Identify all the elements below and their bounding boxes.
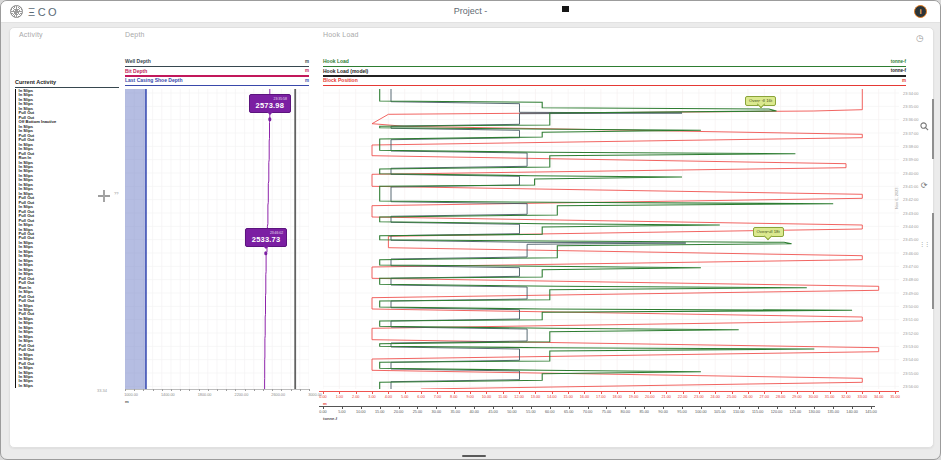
axis-tick-label: 10.00 [482,395,492,399]
axis-tick-label: 2600.00 [271,393,285,397]
hookload-axis-tick [342,407,343,409]
depth-axis-tick [263,389,264,391]
hookload-axis-line [319,406,875,407]
time-axis-label: 23:36:00 [903,117,919,122]
zoom-range-track-bottom[interactable] [932,213,934,309]
axis-tick-label: 70.00 [583,410,593,414]
axis-tick-label: 95.00 [677,410,687,414]
legend-item-hook-load[interactable]: Hook Loadtonne-f [323,58,906,67]
block-axis-tick [323,392,324,394]
depth-axis-tick [245,389,246,391]
depth-axis-tick [281,389,282,391]
hookload-axis-tick [739,407,740,409]
axis-tick-label: 33.00 [858,395,868,399]
block-axis-tick [339,392,340,394]
zoom-range-track-top[interactable] [932,99,934,159]
block-position-line [372,89,879,389]
block-axis-tick [470,392,471,394]
axis-tick-label: 9.00 [466,395,473,399]
time-axis-label: 23:34:00 [903,91,919,96]
hookload-axis-tick [436,407,437,409]
block-axis-tick [552,392,553,394]
axis-tick-label: 55.00 [526,410,536,414]
axis-tick-label: 32.00 [841,395,851,399]
legend-rule [125,85,309,86]
legend-item-bit-depth[interactable]: Bit Depthm [125,68,309,77]
block-axis-tick [846,392,847,394]
tooltip-time: 23:46:02 [249,231,283,235]
block-axis-tick [781,392,782,394]
block-axis-tick [503,392,504,394]
legend-item-well-depth[interactable]: Well Depthm [125,58,309,67]
cursor-hint-text: ?? [114,191,118,196]
depth-axis-tick [226,389,227,391]
axis-tick-label: 40.00 [469,410,479,414]
block-axis-tick [634,392,635,394]
time-axis-label: 23:47:00 [903,264,919,269]
block-axis-tick [650,392,651,394]
refresh-icon[interactable]: ⟳ [918,179,930,191]
app-window: ΞCO Project - i Activity Depth Hook Load… [0,0,941,460]
legend-item-hook-load-model-[interactable]: Hook Load (model)tonne-f [323,68,906,77]
hookload-chart[interactable] [323,89,899,389]
axis-tick-label: 30.00 [809,395,819,399]
axis-tick-label: 15.00 [375,410,385,414]
tooltip-value: 2573.98 [253,101,287,110]
axis-tick-label: 1800.00 [198,393,212,397]
block-axis-tick [372,392,373,394]
axis-tick-label: 35.00 [451,410,461,414]
info-icon[interactable]: i [914,5,927,18]
depth-axis-tick [208,389,209,391]
hookload-axis-tick [833,407,834,409]
hookload-axis-tick [852,407,853,409]
zoom-icon[interactable] [918,120,930,132]
clock-icon[interactable]: ◷ [915,33,925,43]
axis-tick-label: 0.00 [319,395,326,399]
hookload-axis-tick [871,407,872,409]
axis-tick-label: 12.00 [514,395,524,399]
time-axis-label: 23:46:00 [903,251,919,256]
time-axis-date-label: Nov 6, 2023 [894,187,899,209]
axis-tick-label: 19.00 [629,395,639,399]
axis-tick-label: 120.00 [771,410,783,414]
time-axis-label: 23:38:00 [903,144,919,149]
legend-item-block-position[interactable]: Block Positionm [323,77,906,86]
depth-axis-tick [153,389,154,391]
hookload-axis-tick [361,407,362,409]
axis-tick-label: 18.00 [612,395,622,399]
axis-tick-label: 140.00 [846,410,858,414]
hookload-axis-tick [569,407,570,409]
legend-label: Bit Depth [125,68,147,74]
time-axis-label: 23:52:00 [903,331,919,336]
legend-unit: m [305,59,309,64]
activity-footer-value: 33.34 [97,388,107,393]
block-axis-tick [617,392,618,394]
block-axis-tick [830,392,831,394]
block-axis-unit: m [323,401,327,406]
casing-band [125,89,146,389]
time-axis-label: 23:55:00 [903,371,919,376]
legend-item-last-casing-shoe-depth[interactable]: Last Casing Shoe Depthm [125,77,309,86]
block-axis-tick [388,392,389,394]
time-axis-label: 23:37:00 [903,131,919,136]
overpull-annotation: Overpull 18t [753,227,784,237]
drag-handle-icon[interactable]: ⋮⋮ [918,237,930,249]
axis-tick-label: 21.00 [661,395,671,399]
hookload-chart-svg [323,89,899,389]
block-axis-tick [748,392,749,394]
axis-tick-label: 31.00 [825,395,835,399]
axis-tick-label: 3.00 [368,395,375,399]
horizontal-scrollbar-thumb[interactable] [462,455,486,457]
block-axis-tick [732,392,733,394]
bit-depth-tooltip: 23:46:022533.73 [245,228,287,247]
axis-tick-label: 130.00 [808,410,820,414]
time-axis-label: 23:50:00 [903,304,919,309]
time-axis-label: 23:42:00 [903,197,919,202]
time-axis-label: 23:48:00 [903,277,919,282]
axis-tick-label: 135.00 [827,410,839,414]
block-axis-tick [666,392,667,394]
depth-axis-tick [199,389,200,391]
depth-axis-tick [217,389,218,391]
legend-unit: m [305,68,309,73]
axis-tick-label: 29.00 [792,395,802,399]
